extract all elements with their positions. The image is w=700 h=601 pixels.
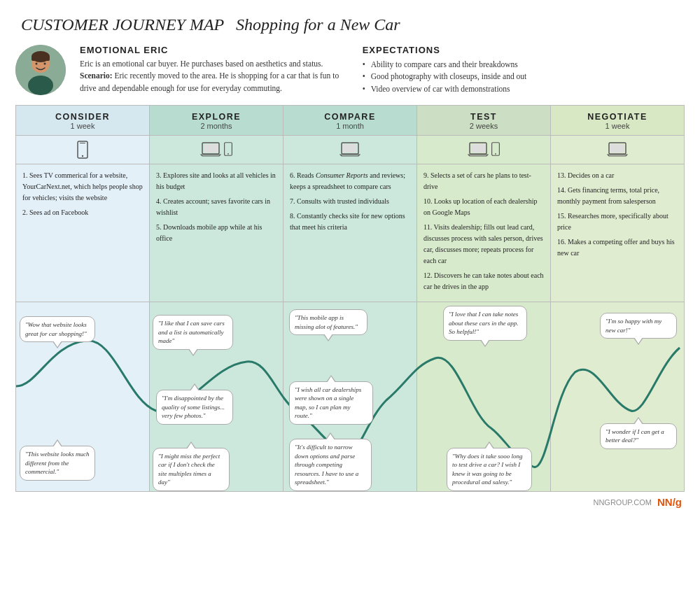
consider-negative-bubble: "This website looks much different from …: [20, 446, 95, 481]
devices-explore: [150, 136, 284, 164]
devices-test: [417, 136, 551, 164]
laptop-icon: [607, 141, 628, 157]
actions-negotiate: 13. Decides on a car 14. Gets financing …: [551, 164, 684, 302]
actions-compare: 6. Reads Consumer Reports and reviews; k…: [284, 164, 417, 302]
consider-positive-bubble: "Wow that website looks great for car sh…: [20, 316, 95, 342]
laptop-icon: [200, 141, 221, 157]
compare-negative2-bubble: "I wish all car dealerships were shown o…: [289, 381, 373, 425]
svg-rect-11: [204, 144, 218, 153]
svg-rect-17: [471, 144, 485, 153]
laptop-icon: [468, 141, 489, 157]
explore-positive-bubble: "I like that I can save cars and a list …: [153, 315, 233, 350]
avatar: [15, 45, 66, 95]
persona-info: EMOTIONAL ERIC Eric is an emotional car …: [80, 45, 349, 94]
website-label: NNGROUP.COM: [593, 498, 652, 507]
expectation-item: Good photography with closeups, inside a…: [363, 71, 685, 83]
explore-negative2-bubble: "I might miss the perfect car if I don't…: [153, 448, 230, 491]
test-negative-bubble: "Why does it take sooo long to test driv…: [447, 448, 532, 491]
phone-icon: [491, 142, 500, 156]
compare-negative3-bubble: "It's difficult to narrow down options a…: [289, 439, 372, 491]
emotion-row: "Wow that website looks great for car sh…: [16, 302, 684, 491]
phase-header-negotiate: NEGOTIATE 1 week: [551, 106, 684, 135]
actions-row: 1. Sees TV commerical for a website, You…: [16, 164, 684, 302]
svg-point-19: [495, 153, 496, 155]
devices-negotiate: [551, 136, 684, 164]
persona-row: EMOTIONAL ERIC Eric is an emotional car …: [15, 45, 685, 95]
phone-icon: [76, 141, 89, 159]
phase-headers-row: CONSIDER 1 week EXPLORE 2 months COMPARE…: [16, 106, 684, 136]
nn-logo: NN/g: [657, 496, 682, 508]
test-positive-bubble: "I love that I can take notes about thes…: [443, 306, 527, 341]
svg-point-8: [82, 155, 83, 157]
negotiate-positive-bubble: "I'm so happy with my new car!": [600, 313, 677, 339]
svg-rect-9: [80, 143, 85, 143]
devices-compare: [284, 136, 417, 164]
persona-name: EMOTIONAL ERIC: [80, 45, 349, 55]
compare-negative1-bubble: "This mobile app is missing alot of feat…: [289, 309, 368, 335]
devices-row: [16, 136, 684, 164]
svg-point-13: [227, 153, 229, 155]
negotiate-negative-bubble: "I wonder if I can get a better deal?": [600, 423, 677, 449]
svg-rect-15: [343, 144, 357, 153]
actions-explore: 3. Explores site and looks at all vehicl…: [150, 164, 284, 302]
page: CUSTOMER JOURNEY MAP Shopping for a New …: [0, 0, 700, 601]
phase-header-explore: EXPLORE 2 months: [150, 106, 284, 135]
persona-description: Eric is an emotional car buyer. He purch…: [80, 58, 349, 94]
svg-point-5: [36, 63, 38, 65]
actions-test: 9. Selects a set of cars he plans to tes…: [417, 164, 551, 302]
page-title: CUSTOMER JOURNEY MAP Shopping for a New …: [15, 13, 400, 34]
svg-point-6: [44, 63, 46, 65]
expectation-item: Ability to compare cars and their breakd…: [363, 59, 685, 71]
expectations: EXPECTATIONS Ability to compare cars and…: [363, 45, 685, 95]
expectations-title: EXPECTATIONS: [363, 45, 685, 55]
expectations-list: Ability to compare cars and their breakd…: [363, 59, 685, 95]
phase-header-test: TEST 2 weeks: [417, 106, 551, 135]
branding-row: NNGROUP.COM NN/g: [15, 492, 685, 508]
header-title: CUSTOMER JOURNEY MAP Shopping for a New …: [15, 13, 685, 35]
journey-table: CONSIDER 1 week EXPLORE 2 months COMPARE…: [15, 105, 685, 492]
expectation-item: Video overview of car with demonstration…: [363, 83, 685, 95]
actions-consider: 1. Sees TV commerical for a website, You…: [16, 164, 150, 302]
phase-header-compare: COMPARE 1 month: [284, 106, 417, 135]
laptop-icon: [340, 141, 360, 157]
phase-header-consider: CONSIDER 1 week: [16, 106, 150, 135]
explore-negative1-bubble: "I'm disappointed by the quality of some…: [156, 390, 233, 425]
svg-rect-3: [31, 57, 50, 61]
devices-consider: [16, 136, 150, 164]
phone-icon: [223, 142, 233, 156]
svg-rect-21: [610, 144, 624, 153]
svg-point-4: [28, 76, 53, 95]
header: CUSTOMER JOURNEY MAP Shopping for a New …: [15, 13, 685, 35]
